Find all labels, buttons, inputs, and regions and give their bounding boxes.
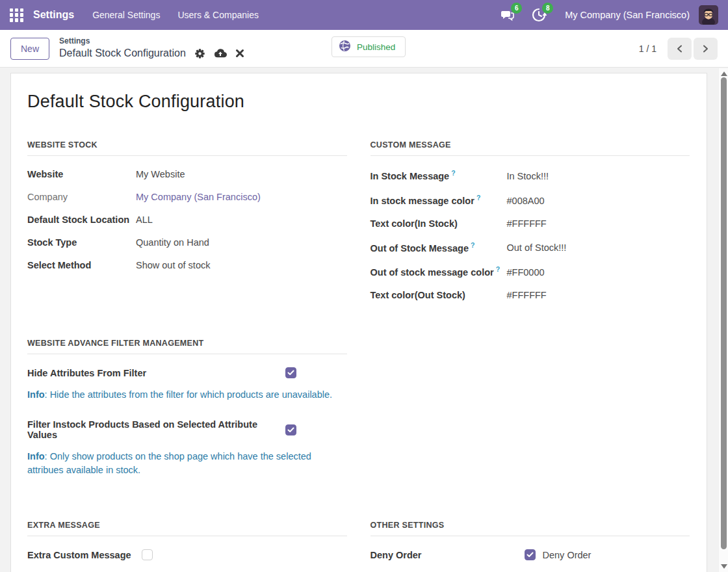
field-label: Select Method [27, 260, 136, 270]
top-navbar: Settings General Settings Users & Compan… [0, 0, 728, 30]
menu-users-companies[interactable]: Users & Companies [177, 10, 259, 20]
field-value[interactable]: My Website [136, 169, 185, 179]
field-label: Website [27, 169, 136, 179]
messages-menu-button[interactable]: 6 [500, 7, 515, 23]
activities-menu-button[interactable]: 8 [531, 7, 547, 23]
field-value[interactable]: #FF0000 [507, 267, 545, 278]
field-label: In stock message color? [370, 194, 507, 206]
hide-attributes-checkbox[interactable] [285, 367, 296, 378]
filter-instock-checkbox[interactable] [285, 424, 296, 436]
field-value[interactable]: #FFFFFF [507, 218, 547, 229]
scrollbar-thumb[interactable] [721, 77, 727, 549]
field-value[interactable]: ALL [136, 214, 153, 225]
scroll-up-arrow-icon[interactable] [721, 72, 727, 76]
chat-bubbles-icon [500, 14, 515, 25]
clock-icon [531, 14, 547, 25]
field-label: Stock Type [27, 237, 136, 248]
field-website: Website My Website [27, 169, 347, 179]
breadcrumb: Settings Default Stock Configuration [59, 36, 244, 60]
breadcrumb-parent-link[interactable]: Settings [59, 36, 244, 46]
apps-grid-icon[interactable] [10, 8, 23, 22]
record-title: Default Stock Configuration [27, 92, 690, 112]
save-cloud-icon[interactable] [214, 48, 227, 58]
field-extra-custom-message: Extra Custom Message [27, 549, 347, 560]
gear-icon[interactable] [194, 48, 205, 59]
field-stock-type: Stock Type Quantity on Hand [27, 237, 347, 248]
field-label: Text color(In Stock) [370, 218, 507, 229]
section-title: OTHER SETTINGS [370, 521, 690, 536]
published-toggle[interactable]: Published [332, 36, 406, 57]
field-label: Company [27, 192, 136, 202]
section-filter-management: WEBSITE ADVANCE FILTER MANAGEMENT Hide A… [27, 339, 347, 495]
field-text-color-out-stock: Text color(Out Stock) #FFFFFF [370, 290, 690, 300]
control-panel: New Settings Default Stock Configuration [0, 30, 728, 68]
field-label: Hide Attributes From Filter [27, 368, 285, 378]
menu-general-settings[interactable]: General Settings [92, 10, 160, 20]
deny-order-checkbox[interactable] [525, 549, 536, 560]
field-default-stock-location: Default Stock Location ALL [27, 214, 347, 225]
field-text-color-in-stock: Text color(In Stock) #FFFFFF [370, 218, 690, 229]
info-text: Info: Only show products on the shop pag… [27, 450, 347, 477]
field-label: Out of stock message color? [370, 265, 507, 278]
info-text: Info: Hide the attributes from the filte… [27, 388, 347, 402]
section-title: EXTRA MESSAGE [27, 521, 347, 536]
empty-cell [370, 339, 690, 495]
field-label: In Stock Message? [370, 169, 507, 181]
field-value[interactable]: Out of Stock!!! [507, 242, 567, 253]
deny-order-checkbox-label: Deny Order [543, 550, 592, 560]
field-label: Default Stock Location [27, 214, 136, 225]
field-value[interactable]: Quantity on Hand [136, 237, 209, 248]
user-avatar[interactable] [699, 5, 718, 25]
field-in-stock-message: In Stock Message? In Stock!!! [370, 169, 690, 181]
breadcrumb-current: Default Stock Configuration [59, 46, 186, 60]
field-label: Deny Order [370, 550, 525, 560]
field-label: Out of Stock Message? [370, 241, 507, 254]
globe-icon [339, 40, 351, 55]
new-button[interactable]: New [10, 38, 49, 60]
field-label: Text color(Out Stock) [370, 290, 507, 300]
field-value[interactable]: #008A00 [507, 196, 545, 206]
section-extra-message: EXTRA MESSAGE Extra Custom Message [27, 521, 347, 572]
pager-previous-button[interactable] [668, 38, 692, 60]
published-label: Published [357, 42, 395, 52]
section-other-settings: OTHER SETTINGS Deny Order Deny Order Dis… [370, 521, 690, 572]
field-select-method: Select Method Show out of stock [27, 260, 347, 270]
company-link[interactable]: My Company (San Francisco) [136, 192, 261, 202]
help-icon[interactable]: ? [471, 241, 474, 249]
field-hide-attributes-from-filter: Hide Attributes From Filter [27, 367, 347, 378]
help-icon[interactable]: ? [451, 169, 455, 177]
field-value[interactable]: In Stock!!! [507, 171, 549, 181]
extra-custom-message-checkbox[interactable] [142, 549, 153, 560]
discard-x-icon[interactable] [235, 49, 244, 58]
company-switcher[interactable]: My Company (San Francisco) [565, 10, 690, 20]
section-custom-message: CUSTOM MESSAGE In Stock Message? In Stoc… [370, 140, 690, 313]
help-icon[interactable]: ? [476, 194, 480, 202]
section-title: WEBSITE ADVANCE FILTER MANAGEMENT [27, 339, 347, 354]
section-website-stock: WEBSITE STOCK Website My Website Company… [27, 140, 347, 313]
field-company: Company My Company (San Francisco) [27, 192, 347, 202]
activities-count-badge: 8 [542, 3, 553, 14]
pager-next-button[interactable] [694, 38, 718, 60]
pager-value: 1 / 1 [639, 44, 656, 54]
pager: 1 / 1 [639, 38, 718, 60]
messages-count-badge: 6 [511, 3, 522, 14]
field-value[interactable]: #FFFFFF [507, 290, 547, 300]
help-icon[interactable]: ? [496, 265, 500, 273]
field-out-of-stock-message-color: Out of stock message color? #FF0000 [370, 265, 690, 278]
field-deny-order: Deny Order Deny Order [370, 549, 690, 560]
field-out-of-stock-message: Out of Stock Message? Out of Stock!!! [370, 241, 690, 254]
field-label: Extra Custom Message [27, 550, 131, 560]
section-title: CUSTOM MESSAGE [370, 140, 690, 156]
field-filter-instock-products: Filter Instock Products Based on Selecte… [27, 419, 347, 440]
vertical-scrollbar [718, 68, 728, 572]
field-in-stock-message-color: In stock message color? #008A00 [370, 194, 690, 206]
field-label: Filter Instock Products Based on Selecte… [27, 419, 285, 440]
field-value[interactable]: Show out of stock [136, 260, 210, 270]
app-menu-settings[interactable]: Settings [33, 9, 74, 21]
form-sheet: Default Stock Configuration WEBSITE STOC… [10, 73, 707, 572]
section-title: WEBSITE STOCK [27, 140, 347, 156]
scroll-down-arrow-icon[interactable] [721, 564, 727, 569]
